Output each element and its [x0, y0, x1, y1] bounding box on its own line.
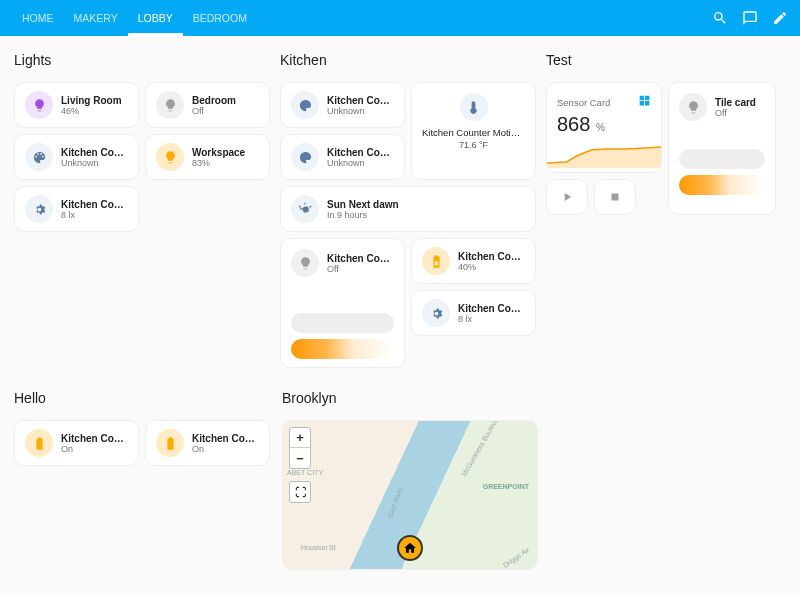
entity-kitchen-palette-1[interactable]: Kitchen Count…Unknown	[14, 134, 139, 180]
entity-living-room[interactable]: Living Room46%	[14, 82, 139, 128]
app-header: HOME MAKERY LOBBY BEDROOM	[0, 0, 800, 36]
section-title-kitchen: Kitchen	[280, 52, 536, 68]
battery-icon	[422, 247, 450, 275]
map-label: GREENPOINT	[483, 483, 529, 490]
slider-empty[interactable]	[679, 149, 765, 169]
entity-kitchen-lux[interactable]: Kitchen Count…8 lx	[14, 186, 139, 232]
tab-lobby[interactable]: LOBBY	[128, 0, 183, 36]
tab-bedroom[interactable]: BEDROOM	[183, 0, 257, 36]
zoom-out-button[interactable]: −	[290, 448, 310, 468]
entity-sun[interactable]: Sun Next dawnIn 9 hours	[280, 186, 536, 232]
entity-hello-1[interactable]: Kitchen Count…On	[14, 420, 139, 466]
gear-icon	[25, 195, 53, 223]
battery-icon	[156, 429, 184, 457]
palette-icon	[291, 143, 319, 171]
search-icon[interactable]	[712, 10, 728, 26]
map-card[interactable]: ABET CITY GREENPOINT Houston St East Riv…	[282, 420, 538, 570]
temperature-card[interactable]: Kitchen Counter Motio… 71.6 °F	[411, 82, 536, 180]
tab-makery[interactable]: MAKERY	[64, 0, 128, 36]
tile-kitchen-off[interactable]: Kitchen Count…Off	[280, 238, 405, 368]
entity-bedroom[interactable]: BedroomOff	[145, 82, 270, 128]
section-brooklyn: Brooklyn ABET CITY GREENPOINT Houston St…	[282, 390, 538, 570]
section-test: Test Sensor Card 868 %	[546, 52, 782, 368]
map-fullscreen-control: ⛶	[289, 481, 311, 503]
section-title-hello: Hello	[14, 390, 270, 406]
entity-kitchen-k2[interactable]: Kitchen Count…Unknown	[280, 134, 405, 180]
sun-icon	[291, 195, 319, 223]
bulb-icon	[25, 91, 53, 119]
bulb-icon	[156, 143, 184, 171]
dashboard-content: Lights Living Room46% BedroomOff Kitchen…	[0, 36, 800, 586]
gear-icon	[422, 299, 450, 327]
palette-icon	[291, 91, 319, 119]
fullscreen-button[interactable]: ⛶	[290, 482, 310, 502]
stop-button[interactable]	[594, 179, 636, 215]
bulb-icon	[156, 91, 184, 119]
play-button[interactable]	[546, 179, 588, 215]
map-label: ABET CITY	[287, 469, 323, 476]
bulb-icon	[291, 249, 319, 277]
section-title-lights: Lights	[14, 52, 270, 68]
sensor-graph	[547, 138, 661, 168]
sensor-card[interactable]: Sensor Card 868 %	[546, 82, 662, 173]
map-zoom-controls: + −	[289, 427, 311, 469]
entity-kitchen-batt[interactable]: Kitchen Count…40%	[411, 238, 536, 284]
section-lights: Lights Living Room46% BedroomOff Kitchen…	[14, 52, 270, 368]
bulb-icon	[679, 93, 707, 121]
section-title-test: Test	[546, 52, 782, 68]
battery-icon	[25, 429, 53, 457]
entity-kitchen-lux2[interactable]: Kitchen Count…8 lx	[411, 290, 536, 336]
section-title-brooklyn: Brooklyn	[282, 390, 538, 406]
entity-kitchen-k1[interactable]: Kitchen Count…Unknown	[280, 82, 405, 128]
tab-bar: HOME MAKERY LOBBY BEDROOM	[12, 0, 257, 36]
home-icon	[403, 541, 417, 555]
section-kitchen: Kitchen Kitchen Count…Unknown Kitchen Co…	[280, 52, 536, 368]
map-label: Houston St	[301, 544, 336, 551]
tab-home[interactable]: HOME	[12, 0, 64, 36]
gauge-icon	[638, 93, 651, 111]
slider-empty[interactable]	[291, 313, 394, 333]
entity-workspace[interactable]: Workspace83%	[145, 134, 270, 180]
slider-color[interactable]	[291, 339, 394, 359]
header-actions	[712, 10, 788, 26]
map-pin[interactable]	[397, 535, 423, 561]
slider-color[interactable]	[679, 175, 765, 195]
tile-card-test[interactable]: Tile cardOff	[668, 82, 776, 215]
palette-icon	[25, 143, 53, 171]
section-hello: Hello Kitchen Count…On Kitchen Count…On	[14, 390, 270, 570]
chat-icon[interactable]	[742, 10, 758, 26]
edit-icon[interactable]	[772, 10, 788, 26]
entity-hello-2[interactable]: Kitchen Count…On	[145, 420, 270, 466]
zoom-in-button[interactable]: +	[290, 428, 310, 448]
thermometer-icon	[460, 93, 488, 121]
